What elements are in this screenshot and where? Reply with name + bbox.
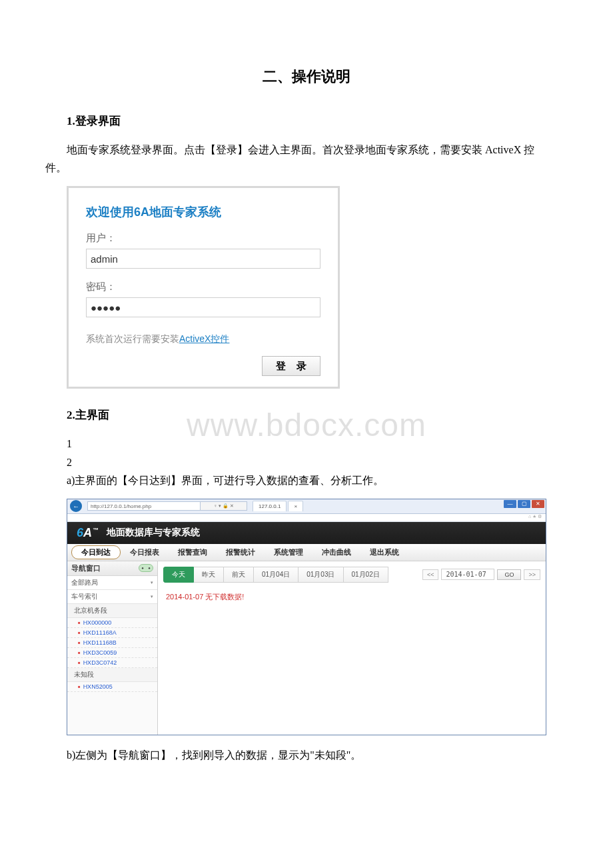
date-tab[interactable]: 昨天 xyxy=(194,567,224,583)
sidebar-toggle-icon[interactable]: ●● xyxy=(139,564,153,572)
date-tab[interactable]: 前天 xyxy=(224,567,254,583)
login-panel: 欢迎使用6A地面专家系统 用户： 密码： 系统首次运行需要安装ActiveX控件… xyxy=(67,186,340,389)
section-2-heading: 2.主界面 xyxy=(67,407,546,423)
nav-alarm-query[interactable]: 报警查询 xyxy=(169,544,217,561)
browser-titlebar: ← http://127.0.0.1/home.php ♀ ▾ 🔒 ✕ 127.… xyxy=(67,499,546,514)
sidebar-bureau[interactable]: 全部路局 ▾ xyxy=(67,576,157,590)
paragraph-a: a)主界面的【今日达到】界面，可进行导入数据的查看、分析工作。 xyxy=(67,471,546,489)
nav-alarm-stat[interactable]: 报警统计 xyxy=(217,544,265,561)
login-welcome: 欢迎使用6A地面专家系统 xyxy=(86,204,320,220)
nav-exit[interactable]: 退出系统 xyxy=(360,544,408,561)
list-num-1: 1 xyxy=(67,435,546,453)
nav-report[interactable]: 今日报表 xyxy=(121,544,169,561)
chevron-down-icon: ▾ xyxy=(151,580,153,585)
document-title: 二、操作说明 xyxy=(67,67,546,87)
back-icon[interactable]: ← xyxy=(70,500,82,512)
login-button[interactable]: 登 录 xyxy=(262,356,320,376)
sidebar-index[interactable]: 车号索引 ▾ xyxy=(67,590,157,604)
sidebar: 导航窗口 ●● 全部路局 ▾ 车号索引 ▾ 北京机务段 HX000000 HXD… xyxy=(67,561,158,735)
sidebar-header: 导航窗口 ●● xyxy=(67,561,157,576)
address-bar[interactable]: http://127.0.0.1/home.php xyxy=(87,501,201,511)
app-title: 地面数据库与专家系统 xyxy=(107,527,200,539)
go-button[interactable]: GO xyxy=(497,569,521,580)
sidebar-item-train[interactable]: HXN52005 xyxy=(67,682,157,692)
app-window: ← http://127.0.0.1/home.php ♀ ▾ 🔒 ✕ 127.… xyxy=(67,499,546,735)
list-num-2: 2 xyxy=(67,453,546,471)
paragraph-b: b)左侧为【导航窗口】，找到刚导入的数据，显示为"未知段"。 xyxy=(67,746,546,764)
address-bar-controls[interactable]: ♀ ▾ 🔒 ✕ xyxy=(201,501,247,511)
username-input[interactable] xyxy=(86,249,320,269)
sidebar-item-train[interactable]: HX000000 xyxy=(67,618,157,628)
window-maximize-icon[interactable]: ▢ xyxy=(518,500,530,508)
activex-hint: 系统首次运行需要安装ActiveX控件 xyxy=(86,333,320,345)
hint-prefix: 系统首次运行需要安装 xyxy=(86,333,179,344)
section-1-heading: 1.登录界面 xyxy=(67,113,546,129)
window-close-icon[interactable]: ✕ xyxy=(532,500,544,508)
date-input[interactable] xyxy=(441,569,494,580)
sidebar-item-train[interactable]: HXD3C0742 xyxy=(67,658,157,668)
nav-curve[interactable]: 冲击曲线 xyxy=(312,544,360,561)
prev-button[interactable]: << xyxy=(422,569,439,580)
sidebar-index-label: 车号索引 xyxy=(71,592,98,601)
app-logo: 6A™ xyxy=(77,526,99,540)
sidebar-bureau-label: 全部路局 xyxy=(71,578,98,587)
chevron-down-icon: ▾ xyxy=(151,594,153,599)
sidebar-item-train[interactable]: HXD11168A xyxy=(67,628,157,638)
browser-tab-blank[interactable]: × xyxy=(288,501,303,511)
password-input[interactable] xyxy=(86,297,320,317)
sidebar-group-unknown[interactable]: 未知段 xyxy=(67,668,157,682)
main-nav: 今日到达 今日报表 报警查询 报警统计 系统管理 冲击曲线 退出系统 xyxy=(67,544,546,561)
activex-link[interactable]: ActiveX控件 xyxy=(179,333,229,344)
content-area: 今天 昨天 前天 01月04日 01月03日 01月02日 << GO >> 2… xyxy=(158,561,546,735)
date-tab[interactable]: 01月03日 xyxy=(299,567,343,583)
nav-system[interactable]: 系统管理 xyxy=(265,544,312,561)
sidebar-item-train[interactable]: HXD11168B xyxy=(67,638,157,648)
window-minimize-icon[interactable]: — xyxy=(504,500,516,508)
date-tab[interactable]: 01月02日 xyxy=(344,567,388,583)
username-label: 用户： xyxy=(86,232,320,245)
sidebar-title: 导航窗口 xyxy=(71,563,101,573)
next-button[interactable]: >> xyxy=(524,569,540,580)
nav-today[interactable]: 今日到达 xyxy=(71,545,121,559)
browser-tab[interactable]: 127.0.0.1 xyxy=(253,501,287,511)
sidebar-group-beijing[interactable]: 北京机务段 xyxy=(67,604,157,618)
section-1-paragraph: 地面专家系统登录界面。点击【登录】会进入主界面。首次登录地面专家系统，需要安装 … xyxy=(45,141,546,177)
password-label: 密码： xyxy=(86,281,320,293)
browser-tools: ⌂ ★ ⚙ xyxy=(67,514,546,522)
date-tab[interactable]: 01月04日 xyxy=(254,567,299,583)
app-header: 6A™ 地面数据库与专家系统 xyxy=(67,522,546,544)
date-tab-today[interactable]: 今天 xyxy=(163,567,194,583)
sidebar-item-train[interactable]: HXD3C0059 xyxy=(67,648,157,658)
no-data-message: 2014-01-07 无下载数据! xyxy=(163,589,540,605)
date-tabs: 今天 昨天 前天 01月04日 01月03日 01月02日 << GO >> xyxy=(163,567,540,583)
